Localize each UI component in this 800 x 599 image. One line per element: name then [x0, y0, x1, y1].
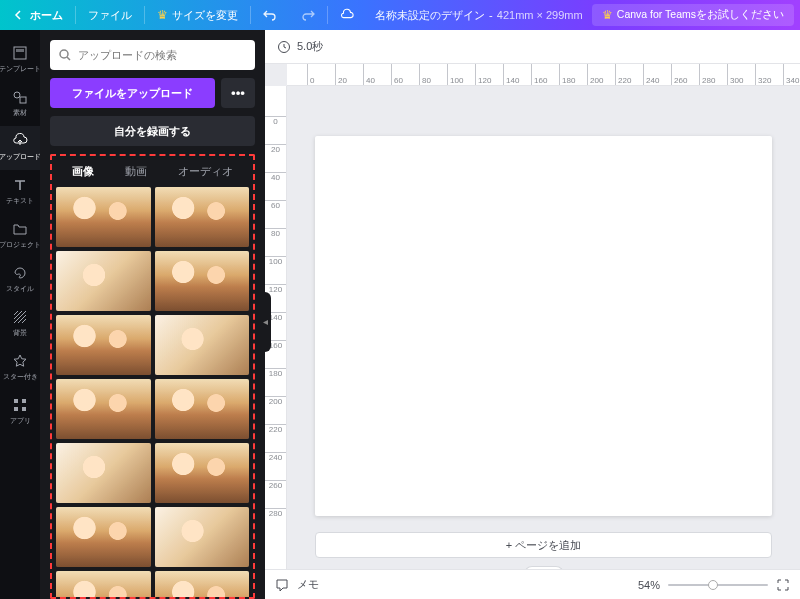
rail-apps[interactable]: アプリ	[0, 390, 40, 434]
ruler-tick: 320	[755, 64, 771, 85]
rail-starred[interactable]: スター付き	[0, 346, 40, 390]
button-row: ファイルをアップロード •••	[50, 78, 255, 108]
document-title-area[interactable]: 名称未設定のデザイン - 421mm × 299mm	[366, 8, 592, 23]
clock-icon	[277, 40, 291, 54]
svg-rect-0	[14, 47, 26, 59]
rail-background[interactable]: 背景	[0, 302, 40, 346]
rail-text[interactable]: テキスト	[0, 170, 40, 214]
home-label: ホーム	[30, 8, 63, 23]
ruler-tick: 280	[265, 508, 286, 518]
undo-button[interactable]	[251, 0, 289, 30]
ruler-tick: 100	[447, 64, 463, 85]
ruler-tick: 60	[265, 200, 286, 210]
rail-elements[interactable]: 素材	[0, 82, 40, 126]
media-thumbnail[interactable]	[56, 379, 151, 439]
canvas-area: 5.0秒 02040608010012014016018020022024026…	[265, 30, 800, 599]
ruler-tick: 180	[265, 368, 286, 378]
fullscreen-button[interactable]	[776, 578, 790, 592]
folder-icon	[11, 220, 29, 238]
side-rail: テンプレート 素材 アップロード テキスト プロジェクト スタイル 背景 スタ	[0, 30, 40, 599]
undo-icon	[263, 8, 277, 22]
ruler-tick: 60	[391, 64, 403, 85]
resize-label: サイズを変更	[172, 8, 238, 23]
design-page[interactable]	[315, 136, 772, 516]
media-thumbnail[interactable]	[56, 507, 151, 567]
rail-label: スター付き	[3, 372, 38, 382]
ruler-tick: 40	[363, 64, 375, 85]
crown-icon: ♛	[157, 8, 168, 22]
search-field[interactable]	[50, 40, 255, 70]
ruler-tick: 20	[265, 144, 286, 154]
upload-file-button[interactable]: ファイルをアップロード	[50, 78, 215, 108]
ruler-tick: 0	[307, 64, 314, 85]
zoom-label[interactable]: 54%	[638, 579, 660, 591]
chevron-left-icon: ◂	[263, 316, 268, 327]
media-thumbnail[interactable]	[56, 315, 151, 375]
media-thumbnail[interactable]	[56, 443, 151, 503]
media-thumbnail[interactable]	[155, 507, 250, 567]
ruler-tick: 260	[265, 480, 286, 490]
ruler-tick: 100	[265, 256, 286, 266]
notes-button[interactable]: メモ	[297, 577, 319, 592]
media-thumbnail[interactable]	[155, 251, 250, 311]
cloud-icon	[340, 8, 354, 22]
ruler-tick: 120	[475, 64, 491, 85]
rail-label: アプリ	[10, 416, 31, 426]
svg-rect-6	[14, 407, 18, 411]
document-dimensions: 421mm × 299mm	[497, 9, 583, 21]
apps-icon	[11, 396, 29, 414]
ruler-tick: 300	[727, 64, 743, 85]
add-page-button[interactable]: + ページを追加	[315, 532, 772, 558]
rail-style[interactable]: スタイル	[0, 258, 40, 302]
tab-audio[interactable]: オーディオ	[174, 162, 237, 181]
rail-project[interactable]: プロジェクト	[0, 214, 40, 258]
more-options-button[interactable]: •••	[221, 78, 255, 108]
media-thumbnail[interactable]	[155, 571, 250, 597]
record-yourself-button[interactable]: 自分を録画する	[50, 116, 255, 146]
horizontal-ruler: 0204060801001201401601802002202402602803…	[287, 64, 800, 86]
svg-rect-4	[14, 399, 18, 403]
canva-teams-button[interactable]: ♛ Canva for Teamsをお試しください	[592, 4, 794, 26]
ruler-tick: 80	[419, 64, 431, 85]
home-button[interactable]: ホーム	[0, 0, 75, 30]
collapse-panel-button[interactable]: ◂	[259, 292, 271, 352]
zoom-slider-thumb[interactable]	[708, 580, 718, 590]
ruler-tick: 40	[265, 172, 286, 182]
svg-rect-5	[22, 399, 26, 403]
svg-rect-7	[22, 407, 26, 411]
ruler-tick: 160	[531, 64, 547, 85]
media-thumbnail[interactable]	[56, 251, 151, 311]
search-icon	[58, 48, 72, 62]
rail-label: 背景	[13, 328, 27, 338]
stage[interactable]: + ページを追加	[287, 86, 800, 569]
media-thumbnail[interactable]	[56, 187, 151, 247]
page-drawer-handle[interactable]	[524, 566, 564, 569]
rail-label: テンプレート	[0, 64, 41, 74]
dots-icon: •••	[231, 86, 245, 101]
cloud-sync-button[interactable]	[328, 0, 366, 30]
ruler-tick: 220	[615, 64, 631, 85]
search-input[interactable]	[78, 49, 247, 61]
redo-button[interactable]	[289, 0, 327, 30]
timing-bar[interactable]: 5.0秒	[265, 30, 800, 64]
media-thumbnail[interactable]	[155, 443, 250, 503]
zoom-slider[interactable]	[668, 584, 768, 586]
rail-label: 素材	[13, 108, 27, 118]
elements-icon	[11, 88, 29, 106]
media-thumbnail[interactable]	[155, 187, 250, 247]
main-area: テンプレート 素材 アップロード テキスト プロジェクト スタイル 背景 スタ	[0, 30, 800, 599]
ruler-tick: 200	[587, 64, 603, 85]
top-bar: ホーム ファイル ♛ サイズを変更 名称未設定のデザイン - 421mm × 2…	[0, 0, 800, 30]
rail-templates[interactable]: テンプレート	[0, 38, 40, 82]
ruler-tick: 340	[783, 64, 799, 85]
resize-button[interactable]: ♛ サイズを変更	[145, 0, 250, 30]
media-thumbnail[interactable]	[56, 571, 151, 597]
tab-videos[interactable]: 動画	[121, 162, 151, 181]
media-thumbnail[interactable]	[155, 379, 250, 439]
rail-upload[interactable]: アップロード	[0, 126, 40, 170]
tab-images[interactable]: 画像	[68, 162, 98, 181]
ruler-tick: 20	[335, 64, 347, 85]
file-menu[interactable]: ファイル	[76, 0, 144, 30]
teams-label: Canva for Teamsをお試しください	[617, 8, 784, 22]
media-thumbnail[interactable]	[155, 315, 250, 375]
